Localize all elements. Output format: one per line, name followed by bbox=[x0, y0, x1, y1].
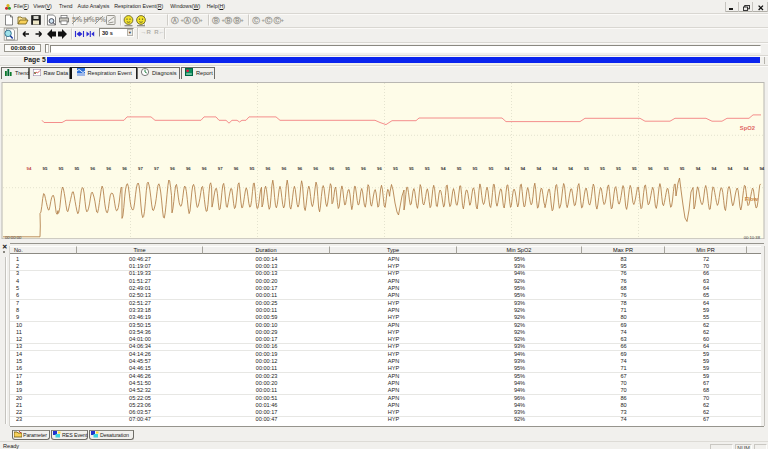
svg-text:00:00:00: 00:00:00 bbox=[5, 235, 22, 240]
svg-text:96: 96 bbox=[297, 166, 302, 171]
svg-text:95: 95 bbox=[59, 166, 64, 171]
svg-text:96: 96 bbox=[170, 166, 175, 171]
svg-text:96: 96 bbox=[186, 166, 191, 171]
svg-text:96: 96 bbox=[648, 166, 653, 171]
svg-text:95: 95 bbox=[409, 166, 414, 171]
svg-text:95: 95 bbox=[473, 166, 478, 171]
svg-text:95: 95 bbox=[345, 166, 350, 171]
svg-text:95: 95 bbox=[457, 166, 462, 171]
svg-text:95: 95 bbox=[584, 166, 589, 171]
svg-text:96: 96 bbox=[122, 166, 127, 171]
svg-text:94: 94 bbox=[552, 166, 557, 171]
svg-text:96: 96 bbox=[329, 166, 334, 171]
svg-text:94: 94 bbox=[536, 166, 541, 171]
svg-text:96: 96 bbox=[377, 166, 382, 171]
svg-text:97: 97 bbox=[138, 166, 143, 171]
svg-text:96: 96 bbox=[361, 166, 366, 171]
svg-text:96: 96 bbox=[313, 166, 318, 171]
svg-text:95: 95 bbox=[632, 166, 637, 171]
svg-text:95: 95 bbox=[664, 166, 669, 171]
svg-text:94: 94 bbox=[744, 166, 749, 171]
svg-text:SpO2: SpO2 bbox=[740, 125, 755, 131]
svg-text:96: 96 bbox=[202, 166, 207, 171]
svg-text:94: 94 bbox=[712, 166, 717, 171]
svg-text:95: 95 bbox=[393, 166, 398, 171]
svg-text:95: 95 bbox=[43, 166, 48, 171]
svg-text:94: 94 bbox=[27, 166, 32, 171]
svg-text:94: 94 bbox=[728, 166, 733, 171]
svg-text:00:10:38: 00:10:38 bbox=[744, 235, 761, 240]
svg-text:96: 96 bbox=[266, 166, 271, 171]
svg-text:94: 94 bbox=[759, 166, 764, 171]
svg-text:Flow: Flow bbox=[745, 196, 759, 202]
svg-text:95: 95 bbox=[600, 166, 605, 171]
svg-text:97: 97 bbox=[218, 166, 223, 171]
svg-text:95: 95 bbox=[680, 166, 685, 171]
svg-text:95: 95 bbox=[74, 166, 79, 171]
svg-text:94: 94 bbox=[441, 166, 446, 171]
svg-text:96: 96 bbox=[234, 166, 239, 171]
svg-text:95: 95 bbox=[616, 166, 621, 171]
svg-text:94: 94 bbox=[520, 166, 525, 171]
svg-text:95: 95 bbox=[250, 166, 255, 171]
svg-text:95: 95 bbox=[425, 166, 430, 171]
svg-text:94: 94 bbox=[505, 166, 510, 171]
svg-text:94: 94 bbox=[568, 166, 573, 171]
svg-text:95: 95 bbox=[489, 166, 494, 171]
svg-text:96: 96 bbox=[282, 166, 287, 171]
svg-text:94: 94 bbox=[696, 166, 701, 171]
svg-text:97: 97 bbox=[154, 166, 159, 171]
svg-text:96: 96 bbox=[90, 166, 95, 171]
svg-text:96: 96 bbox=[106, 166, 111, 171]
